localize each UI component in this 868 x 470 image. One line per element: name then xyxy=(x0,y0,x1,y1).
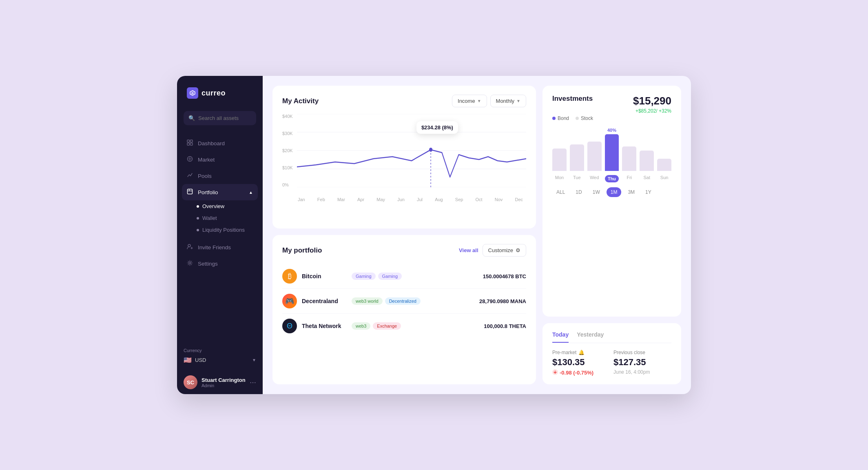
asset-tags: web3Exchange xyxy=(352,322,479,330)
invite-icon xyxy=(187,244,193,251)
bar-tue[interactable] xyxy=(570,144,584,171)
sidebar-item-overview[interactable]: Overview xyxy=(192,200,263,212)
bar-col-sun xyxy=(657,157,671,171)
time-filter-1w[interactable]: 1W xyxy=(589,187,604,197)
user-section: SC Stuart Carrington Admin ⋯ xyxy=(177,370,263,394)
search-container[interactable]: 🔍 xyxy=(184,111,256,125)
day-label-thu[interactable]: Thu xyxy=(605,175,619,182)
time-filter-3m[interactable]: 3M xyxy=(624,187,639,197)
time-filter-1y[interactable]: 1Y xyxy=(641,187,655,197)
asset-tag: web3 xyxy=(352,322,370,330)
time-filter-1d[interactable]: 1D xyxy=(571,187,586,197)
bar-pct-label: 40% xyxy=(607,128,616,133)
asset-tag: Decentralized xyxy=(385,297,421,305)
svg-rect-5 xyxy=(188,189,193,194)
y-label-10k: $10K xyxy=(282,165,297,170)
search-input[interactable] xyxy=(198,115,251,121)
portfolio-item: ΘTheta Networkweb3Exchange100,000.8 THET… xyxy=(282,314,526,338)
theta-icon: Θ xyxy=(282,319,297,333)
legend-stock: Stock xyxy=(576,115,593,121)
liquidity-label: Liquidity Positions xyxy=(202,227,245,233)
customize-button[interactable]: Customize ⚙ xyxy=(483,244,526,257)
asset-amount: 28,790.0980 MANA xyxy=(479,298,526,304)
sidebar-item-liquidity[interactable]: Liquidity Positions xyxy=(192,224,263,236)
tab-yesterday[interactable]: Yesterday xyxy=(577,331,604,343)
logo-icon xyxy=(187,87,198,99)
x-label-oct: Oct xyxy=(476,197,483,202)
x-label-apr: Apr xyxy=(357,197,364,202)
btc-icon: ₿ xyxy=(282,269,297,284)
previous-close-label: Previous close xyxy=(613,350,671,355)
activity-title: My Activity xyxy=(282,97,319,105)
bar-sun[interactable] xyxy=(657,159,671,171)
user-menu-icon[interactable]: ⋯ xyxy=(250,379,256,386)
content-area: My Activity Income ▼ Monthly ▼ xyxy=(263,76,691,394)
income-filter-btn[interactable]: Income ▼ xyxy=(452,95,487,107)
investments-amount: $15,290 xyxy=(633,95,671,107)
dashboard-label: Dashboard xyxy=(198,140,225,146)
bond-dot xyxy=(552,117,556,120)
market-label: Market xyxy=(198,157,215,163)
x-label-may: May xyxy=(376,197,385,202)
market-icon xyxy=(187,156,193,163)
avatar: SC xyxy=(184,375,197,389)
pre-market-value: $130.35 xyxy=(552,357,610,368)
x-label-mar: Mar xyxy=(337,197,345,202)
overview-label: Overview xyxy=(202,203,224,209)
asset-tags: GamingGaming xyxy=(352,273,478,280)
day-label-sat[interactable]: Sat xyxy=(640,175,654,182)
currency-label: Currency xyxy=(184,348,256,353)
day-label-sun[interactable]: Sun xyxy=(657,175,671,182)
x-label-nov: Nov xyxy=(495,197,503,202)
asset-name: Theta Network xyxy=(302,323,347,329)
bar-sat[interactable] xyxy=(640,151,654,171)
day-label-wed[interactable]: Wed xyxy=(587,175,602,182)
asset-tag: Exchange xyxy=(373,322,401,330)
bar-mon[interactable] xyxy=(552,149,567,171)
currency-select[interactable]: 🇺🇸 USD ▼ xyxy=(184,356,256,364)
asset-name: Decentraland xyxy=(302,298,347,304)
investments-card: Investments $15,290 +$85,202/ +32% Bond xyxy=(542,86,681,317)
user-info: Stuart Carrington Admin xyxy=(202,377,246,388)
sidebar-item-settings[interactable]: Settings xyxy=(177,255,263,272)
mana-icon: 🎮 xyxy=(282,294,297,308)
portfolio-actions: View all Customize ⚙ xyxy=(459,244,526,257)
bar-wed[interactable] xyxy=(587,142,602,171)
monthly-filter-btn[interactable]: Monthly ▼ xyxy=(490,95,526,107)
y-label-0: 0% xyxy=(282,182,297,187)
view-all-button[interactable]: View all xyxy=(459,247,478,253)
sidebar-item-portfolio[interactable]: Portfolio ▲ xyxy=(182,184,258,200)
portfolio-item: 🎮Decentralandweb3 worldDecentralized28,7… xyxy=(282,289,526,314)
previous-close-item: Previous close $127.35 June 16, 4:00pm xyxy=(613,350,671,376)
day-label-mon[interactable]: Mon xyxy=(552,175,567,182)
time-filter-1m[interactable]: 1M xyxy=(607,187,622,197)
day-label-fri[interactable]: Fri xyxy=(622,175,636,182)
sidebar-item-pools[interactable]: Pools xyxy=(177,168,263,184)
tab-today[interactable]: Today xyxy=(552,331,569,343)
bar-col-mon xyxy=(552,147,567,171)
bar-fri[interactable] xyxy=(622,146,636,171)
sidebar-item-dashboard[interactable]: Dashboard xyxy=(177,135,263,151)
customize-icon: ⚙ xyxy=(516,247,520,253)
right-panel: Investments $15,290 +$85,202/ +32% Bond xyxy=(542,86,681,384)
customize-label: Customize xyxy=(488,247,513,253)
sidebar-item-market[interactable]: Market xyxy=(177,151,263,168)
settings-icon xyxy=(187,260,193,267)
bar-col-wed xyxy=(587,140,602,171)
y-label-20k: $20K xyxy=(282,148,297,153)
pre-market-label: Pre-market 🔔 xyxy=(552,350,610,355)
sidebar-item-wallet[interactable]: Wallet xyxy=(192,212,263,224)
currency-section: Currency 🇺🇸 USD ▼ xyxy=(177,348,263,370)
day-label-tue[interactable]: Tue xyxy=(570,175,584,182)
time-filter-all[interactable]: ALL xyxy=(552,187,569,197)
wallet-label: Wallet xyxy=(202,215,217,221)
bar-thu[interactable] xyxy=(605,134,619,171)
sidebar: curreo 🔍 Dashboard xyxy=(177,76,263,394)
portfolio-label: Portfolio xyxy=(198,189,218,195)
ticker-change: -0.98 (-0.75%) xyxy=(552,369,610,376)
investments-change: +$85,202/ +32% xyxy=(633,108,671,114)
stock-label: Stock xyxy=(581,115,593,121)
svg-point-7 xyxy=(189,262,191,264)
sidebar-item-invite[interactable]: Invite Friends xyxy=(177,239,263,255)
asset-tags: web3 worldDecentralized xyxy=(352,297,474,305)
